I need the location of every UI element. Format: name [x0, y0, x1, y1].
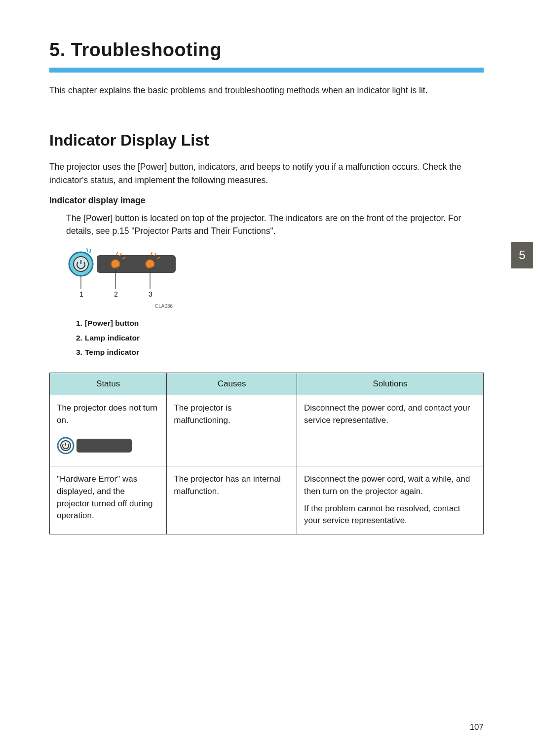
cell-cause: The projector is malfunctioning.	[167, 395, 297, 466]
legend-text: Lamp indicator	[85, 334, 140, 342]
sub-heading: Indicator display image	[49, 195, 484, 206]
legend-item: 3.Temp indicator	[76, 345, 484, 359]
th-solutions: Solutions	[297, 373, 484, 395]
status-text: The projector does not turn on.	[57, 402, 159, 426]
chapter-intro: This chapter explains the basic problems…	[49, 84, 484, 97]
svg-rect-4	[97, 255, 176, 273]
indicator-diagram-svg: 1 2 3	[66, 246, 180, 301]
svg-line-12	[151, 252, 152, 255]
svg-line-1	[90, 249, 91, 253]
cell-solution: Disconnect the power cord, and contact y…	[297, 395, 484, 466]
legend-text: Temp indicator	[85, 348, 139, 356]
chapter-title-text: Troubleshooting	[71, 39, 222, 60]
table-row: "Hardware Error" was displayed, and the …	[50, 466, 484, 534]
cell-solution: Disconnect the power cord, wait a while,…	[297, 466, 484, 534]
solution-text-b: If the problem cannot be resolved, conta…	[304, 503, 476, 527]
sub-body: The [Power] button is located on top of …	[66, 212, 484, 238]
legend-num: 1.	[76, 316, 85, 330]
cell-cause: The projector has an internal malfunctio…	[167, 466, 297, 534]
cell-status: "Hardware Error" was displayed, and the …	[50, 466, 167, 534]
chapter-number: 5.	[49, 39, 66, 60]
table-row: The projector does not turn on.	[50, 395, 484, 466]
diagram-label-2: 2	[114, 290, 118, 298]
svg-rect-15	[76, 439, 132, 453]
title-underline	[49, 68, 484, 73]
th-status: Status	[50, 373, 167, 395]
section-title: Indicator Display List	[49, 131, 484, 150]
legend-item: 1.[Power] button	[76, 316, 484, 330]
diagram-code: CLA036	[155, 303, 484, 309]
th-causes: Causes	[167, 373, 297, 395]
solution-text-a: Disconnect the power cord, wait a while,…	[304, 473, 476, 497]
legend-text: [Power] button	[85, 319, 139, 327]
legend-item: 2.Lamp indicator	[76, 331, 484, 345]
cell-status: The projector does not turn on.	[50, 395, 167, 466]
chapter-title: 5. Troubleshooting	[49, 39, 484, 61]
section-body: The projector uses the [Power] button, i…	[49, 160, 484, 187]
troubleshooting-table: Status Causes Solutions The projector do…	[49, 373, 484, 534]
diagram-label-3: 3	[149, 290, 152, 298]
page-number: 107	[470, 722, 484, 732]
svg-line-0	[87, 248, 88, 252]
chapter-tab: 5	[511, 242, 533, 268]
svg-line-8	[116, 252, 117, 255]
status-icon	[57, 436, 159, 459]
diagram-legend: 1.[Power] button 2.Lamp indicator 3.Temp…	[76, 316, 484, 359]
legend-num: 2.	[76, 331, 85, 345]
diagram-label-1: 1	[79, 290, 83, 298]
legend-num: 3.	[76, 345, 85, 359]
indicator-diagram: 1 2 3 CLA036	[66, 246, 484, 309]
